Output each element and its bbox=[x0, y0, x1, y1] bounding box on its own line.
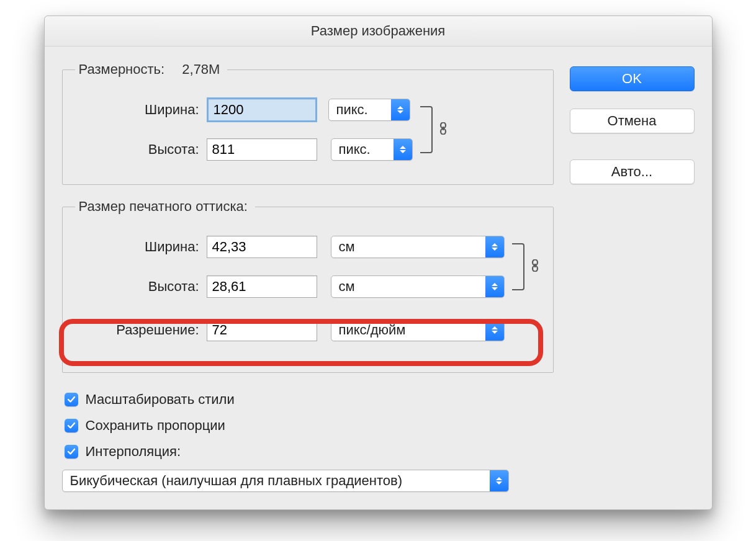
link-icon bbox=[529, 259, 541, 274]
chevron-updown-icon bbox=[485, 236, 504, 257]
pixel-height-unit-select[interactable]: пикс. bbox=[331, 138, 413, 161]
document-size-group: Размер печатного оттиска: Ширина: см Выс… bbox=[62, 199, 554, 373]
chevron-updown-icon bbox=[485, 320, 504, 341]
chevron-updown-icon bbox=[391, 99, 410, 120]
doc-width-unit-select[interactable]: см bbox=[331, 236, 505, 258]
pixel-width-unit-select[interactable]: пикс. bbox=[328, 99, 410, 121]
pixel-dimensions-legend: Размерность: bbox=[79, 61, 165, 77]
pixel-dimensions-group: Размерность: 2,78M Ширина: пикс. Высота: bbox=[62, 61, 554, 185]
doc-width-input[interactable] bbox=[207, 236, 317, 258]
constrain-link-doc bbox=[512, 227, 541, 306]
checkbox-checked-icon bbox=[65, 393, 78, 406]
resolution-label: Разрешение: bbox=[75, 322, 207, 338]
checkbox-checked-icon bbox=[65, 445, 78, 458]
doc-width-label: Ширина: bbox=[75, 239, 207, 255]
resolution-input[interactable] bbox=[207, 319, 317, 341]
auto-button[interactable]: Авто... bbox=[570, 159, 695, 184]
checkbox-checked-icon bbox=[65, 419, 78, 432]
doc-height-label: Высота: bbox=[75, 279, 207, 295]
chevron-updown-icon bbox=[394, 139, 412, 160]
resolution-unit-select[interactable]: пикс/дюйм bbox=[331, 319, 505, 341]
resample-checkbox[interactable]: Интерполяция: bbox=[65, 439, 554, 465]
pixel-height-label: Высота: bbox=[75, 141, 207, 158]
link-icon bbox=[438, 122, 449, 137]
dialog-title: Размер изображения bbox=[45, 16, 712, 47]
constrain-proportions-checkbox[interactable]: Сохранить пропорции bbox=[65, 413, 554, 439]
chevron-updown-icon bbox=[485, 276, 504, 297]
doc-height-unit-select[interactable]: см bbox=[331, 275, 505, 298]
image-size-dialog: Размер изображения Размерность: 2,78M Ши… bbox=[44, 16, 713, 510]
cancel-button[interactable]: Отмена bbox=[570, 109, 695, 133]
chevron-updown-icon bbox=[490, 470, 508, 491]
constrain-link-pixel bbox=[420, 90, 449, 169]
document-size-legend: Размер печатного оттиска: bbox=[75, 199, 255, 215]
pixel-width-input[interactable] bbox=[207, 97, 317, 122]
interpolation-select[interactable]: Бикубическая (наилучшая для плавных град… bbox=[62, 470, 509, 492]
pixel-height-input[interactable] bbox=[207, 138, 317, 161]
pixel-width-label: Ширина: bbox=[75, 102, 207, 118]
scale-styles-checkbox[interactable]: Масштабировать стили bbox=[65, 387, 554, 413]
ok-button[interactable]: OK bbox=[570, 66, 695, 91]
doc-height-input[interactable] bbox=[207, 275, 317, 298]
pixel-dimensions-size: 2,78M bbox=[182, 61, 220, 77]
